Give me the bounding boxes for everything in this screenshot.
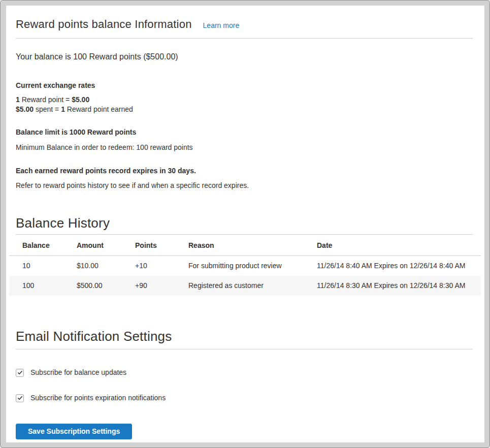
earn-rate-points: 1: [16, 95, 20, 104]
column-header-amount: Amount: [77, 235, 135, 256]
checkmark-icon: [17, 370, 23, 375]
learn-more-link[interactable]: Learn more: [203, 21, 240, 29]
spend-rate-value: $5.00: [16, 105, 34, 113]
earn-rate-value: $5.00: [72, 95, 89, 104]
expiration-notifications-checkbox[interactable]: [16, 394, 24, 402]
subscribe-balance-updates-row: Subscribe for balance updates: [16, 368, 473, 377]
cell-reason: For submitting product review: [188, 256, 317, 276]
spend-rate-text: spent =: [34, 105, 61, 113]
exchange-rates-heading: Current exchange rates: [16, 81, 473, 90]
cell-balance: 100: [9, 276, 77, 296]
spend-rate-points: 1: [61, 105, 65, 113]
page-title: Reward points balance Information: [16, 18, 192, 31]
cell-reason: Registered as customer: [188, 276, 317, 296]
spend-rate-suffix: Reward point earned: [65, 105, 133, 113]
spend-rate-line: $5.00 spent = 1 Reward point earned: [16, 105, 473, 114]
save-subscription-settings-button[interactable]: Save Subscription Settings: [16, 424, 132, 439]
cell-amount: $10.00: [77, 256, 135, 276]
column-header-balance: Balance: [9, 235, 77, 256]
earn-rate-text: Reward point =: [20, 95, 72, 104]
column-header-date: Date: [317, 235, 481, 256]
expiration-notifications-label[interactable]: Subscribe for points expiration notifica…: [30, 393, 166, 403]
header-divider: [16, 38, 473, 39]
minimum-balance-text: Minimum Balance in order to redeem: 100 …: [16, 143, 473, 152]
table-header-row: Balance Amount Points Reason Date: [9, 235, 481, 256]
cell-amount: $500.00: [77, 276, 135, 296]
balance-summary: Your balance is 100 Reward points ($500.…: [16, 51, 473, 62]
cell-points: +10: [135, 256, 188, 276]
reward-points-page: Reward points balance Information Learn …: [0, 0, 490, 448]
email-settings-divider: [16, 349, 473, 349]
cell-points: +90: [135, 276, 188, 296]
balance-updates-checkbox[interactable]: [16, 369, 24, 377]
balance-history-table-wrap: Balance Amount Points Reason Date 10 $10…: [9, 235, 481, 296]
cell-date: 11/26/14 8:30 AM Expires on 12/26/14 8:3…: [317, 276, 481, 296]
page-header: Reward points balance Information Learn …: [16, 6, 473, 31]
column-header-reason: Reason: [188, 235, 317, 256]
checkmark-icon: [17, 395, 23, 401]
earn-rate-line: 1 Reward point = $5.00: [16, 95, 473, 105]
exchange-rates: 1 Reward point = $5.00 $5.00 spent = 1 R…: [16, 95, 473, 114]
reward-info-card: Reward points balance Information Learn …: [6, 6, 484, 442]
cell-date: 11/26/14 8:40 AM Expires on 12/26/14 8:4…: [317, 256, 481, 276]
balance-updates-label[interactable]: Subscribe for balance updates: [30, 368, 126, 377]
cell-balance: 10: [9, 256, 77, 276]
balance-history-title: Balance History: [16, 215, 473, 231]
expiration-text: Refer to reward points history to see if…: [16, 181, 473, 190]
table-row: 10 $10.00 +10 For submitting product rev…: [9, 256, 481, 276]
balance-history-table: Balance Amount Points Reason Date 10 $10…: [9, 235, 481, 296]
expiration-heading: Each earned reward points record expires…: [16, 166, 473, 176]
column-header-points: Points: [135, 235, 188, 256]
subscribe-expiration-row: Subscribe for points expiration notifica…: [16, 393, 473, 403]
balance-limit-heading: Balance limit is 1000 Reward points: [16, 127, 473, 137]
email-settings-title: Email Notification Settings: [16, 329, 473, 344]
table-row: 100 $500.00 +90 Registered as customer 1…: [9, 276, 481, 296]
